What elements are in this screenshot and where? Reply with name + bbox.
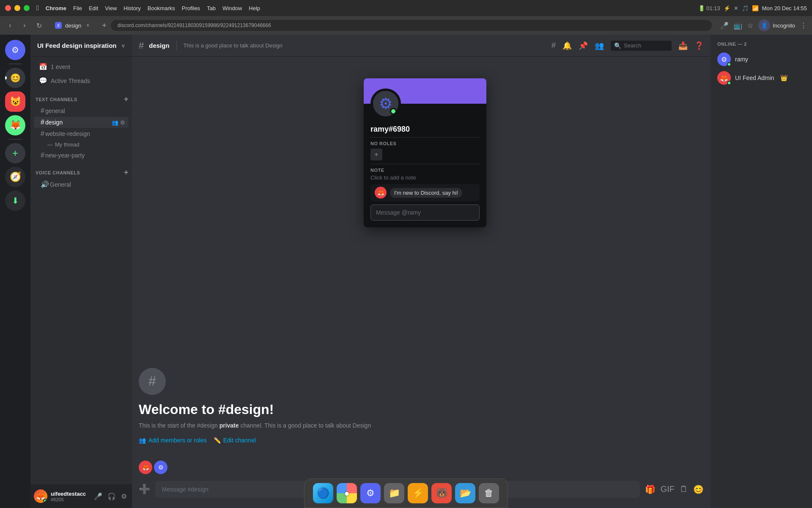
add-attachment-button[interactable]: ➕ bbox=[139, 484, 150, 495]
text-channels-section[interactable]: TEXT CHANNELS + bbox=[30, 88, 132, 105]
gif-icon[interactable]: GIF bbox=[661, 484, 675, 494]
add-channel-icon[interactable]: + bbox=[124, 95, 129, 104]
add-server-button[interactable]: + bbox=[5, 143, 25, 163]
menu-profiles[interactable]: Profiles bbox=[182, 5, 200, 11]
cast-icon[interactable]: 📺 bbox=[734, 22, 742, 30]
sticker-icon[interactable]: 🗒 bbox=[680, 484, 688, 494]
sidebar-content: 📅 1 event 💬 Active Threads TEXT CHANNELS… bbox=[30, 57, 132, 484]
dock-discord[interactable]: ⚙ bbox=[360, 483, 381, 503]
discord-dock-icon: ⚙ bbox=[366, 488, 375, 499]
server-3-emoji: 🦊 bbox=[10, 120, 21, 131]
menu-file[interactable]: File bbox=[73, 5, 82, 11]
sidebar: UI Feed design inspiration ∨ 📅 1 event 💬… bbox=[30, 35, 132, 508]
inbox-icon[interactable]: 📥 bbox=[678, 41, 688, 50]
gift-icon[interactable]: 🎁 bbox=[645, 484, 656, 494]
active-tab[interactable]: # design × bbox=[48, 19, 96, 31]
home-server-icon[interactable]: ⚙ bbox=[5, 40, 25, 60]
server-name-header[interactable]: UI Feed design inspiration ∨ bbox=[30, 35, 132, 57]
member-ramy[interactable]: ⚙ ramy bbox=[714, 50, 809, 69]
maximize-button[interactable] bbox=[24, 5, 30, 11]
crown-icon: 👑 bbox=[780, 75, 787, 81]
search-bar[interactable]: 🔍 bbox=[611, 41, 672, 51]
members-icon[interactable]: 👥 bbox=[595, 41, 604, 50]
user-settings-button[interactable]: ⚙ bbox=[119, 491, 129, 502]
app3-icon: 🐻 bbox=[436, 488, 447, 499]
message-input-placeholder: Message #design bbox=[162, 486, 208, 493]
pin-icon[interactable]: 📌 bbox=[579, 41, 588, 50]
download-apps-button[interactable]: ⬇ bbox=[5, 190, 25, 211]
popup-note-placeholder[interactable]: Click to add a note bbox=[370, 174, 480, 181]
tab-close-button[interactable]: × bbox=[86, 22, 89, 28]
voice-channel-general[interactable]: 🔊 General bbox=[34, 179, 129, 190]
menu-chrome[interactable]: Chrome bbox=[46, 5, 66, 11]
emoji-icon[interactable]: 😊 bbox=[693, 484, 704, 494]
voice-channels-section[interactable]: VOICE CHANNELS + bbox=[30, 161, 132, 179]
dock-trash[interactable]: 🗑 bbox=[479, 483, 499, 503]
dock-app2[interactable]: ⚡ bbox=[408, 483, 428, 503]
search-input[interactable] bbox=[624, 42, 658, 49]
sidebar-item-active-threads[interactable]: 💬 Active Threads bbox=[34, 74, 129, 87]
extensions-icon[interactable]: ⋮ bbox=[800, 22, 807, 30]
username: uifeedtestacc bbox=[51, 491, 89, 497]
minimize-button[interactable] bbox=[14, 5, 20, 11]
add-members-button[interactable]: 👥 Add members or roles bbox=[139, 437, 207, 444]
url-bar[interactable]: discord.com/channels/922491180309159986/… bbox=[111, 20, 712, 31]
deafen-button[interactable]: 🎧 bbox=[106, 491, 118, 502]
tooltip-avatar: 🦊 bbox=[375, 187, 387, 199]
incognito-badge[interactable]: 👤 Incognito bbox=[758, 19, 795, 31]
hash-icon-design: # bbox=[41, 119, 44, 126]
close-button[interactable] bbox=[5, 5, 11, 11]
menu-view[interactable]: View bbox=[105, 5, 117, 11]
hash-icon-newyear: # bbox=[41, 152, 44, 159]
edit-channel-button[interactable]: ✏️ Edit channel bbox=[214, 437, 256, 444]
back-button[interactable]: ‹ bbox=[5, 22, 15, 29]
apple-menu[interactable]:  bbox=[36, 4, 39, 12]
member-icon[interactable]: 👥 bbox=[112, 119, 118, 126]
server-1-emoji: 😊 bbox=[10, 73, 21, 83]
channel-general[interactable]: # general bbox=[34, 105, 129, 116]
channel-header-actions: # 🔔 📌 👥 🔍 📥 ❓ bbox=[551, 41, 704, 51]
dock-folder[interactable]: 📂 bbox=[455, 483, 475, 503]
server-icon-1[interactable]: 😊 bbox=[5, 68, 25, 88]
microphone-icon[interactable]: 🎤 bbox=[720, 22, 729, 30]
server-divider bbox=[8, 64, 22, 64]
menu-help[interactable]: Help bbox=[249, 5, 260, 11]
add-role-button[interactable]: + bbox=[370, 149, 382, 160]
channel-website-redesign[interactable]: # website-redesign bbox=[34, 128, 129, 139]
threads-icon[interactable]: # bbox=[551, 41, 556, 50]
new-tab-button[interactable]: + bbox=[102, 21, 107, 30]
channel-new-year-party[interactable]: # new-year-party bbox=[34, 150, 129, 161]
discord-icon: ⚙ bbox=[721, 55, 727, 64]
menu-history[interactable]: History bbox=[123, 5, 140, 11]
thread-my-thread[interactable]: — My thread bbox=[34, 140, 129, 149]
member-uifeedadmin[interactable]: 🦊 UI Feed Admin 👑 bbox=[714, 69, 809, 87]
help-icon[interactable]: ❓ bbox=[694, 41, 704, 50]
title-bar:  Chrome File Edit View History Bookmark… bbox=[0, 0, 812, 16]
reload-button[interactable]: ↻ bbox=[34, 22, 44, 30]
mute-button[interactable]: 🎤 bbox=[92, 491, 104, 502]
add-voice-channel-icon[interactable]: + bbox=[124, 168, 129, 177]
dock-finder[interactable]: 🔵 bbox=[313, 483, 333, 503]
popup-note-title: NOTE bbox=[370, 168, 480, 173]
forward-button[interactable]: › bbox=[19, 22, 30, 29]
popup-divider-2 bbox=[370, 164, 480, 164]
server-icon-2[interactable]: 😺 bbox=[5, 91, 25, 112]
notifications-icon[interactable]: 🔔 bbox=[562, 41, 572, 50]
channel-design[interactable]: # design 👥 ⚙ bbox=[34, 117, 129, 128]
server-icon-3[interactable]: 🦊 bbox=[5, 115, 25, 135]
dock-chrome[interactable]: ● bbox=[337, 483, 357, 503]
dock-app1[interactable]: 📁 bbox=[384, 483, 404, 503]
settings-icon[interactable]: ⚙ bbox=[120, 119, 125, 126]
menu-tab[interactable]: Tab bbox=[207, 5, 216, 11]
welcome-desc-bold: private bbox=[219, 422, 239, 429]
menu-edit[interactable]: Edit bbox=[89, 5, 98, 11]
popup-message-input[interactable]: Message @ramy bbox=[370, 204, 480, 221]
bookmark-icon[interactable]: ☆ bbox=[747, 22, 753, 30]
dock-app3[interactable]: 🐻 bbox=[431, 483, 452, 503]
menu-bookmarks[interactable]: Bookmarks bbox=[148, 5, 175, 11]
member-admin-status bbox=[727, 81, 731, 85]
url-text: discord.com/channels/922491180309159986/… bbox=[118, 22, 271, 28]
sidebar-item-event[interactable]: 📅 1 event bbox=[34, 60, 129, 73]
discover-button[interactable]: 🧭 bbox=[5, 167, 25, 187]
menu-window[interactable]: Window bbox=[222, 5, 242, 11]
